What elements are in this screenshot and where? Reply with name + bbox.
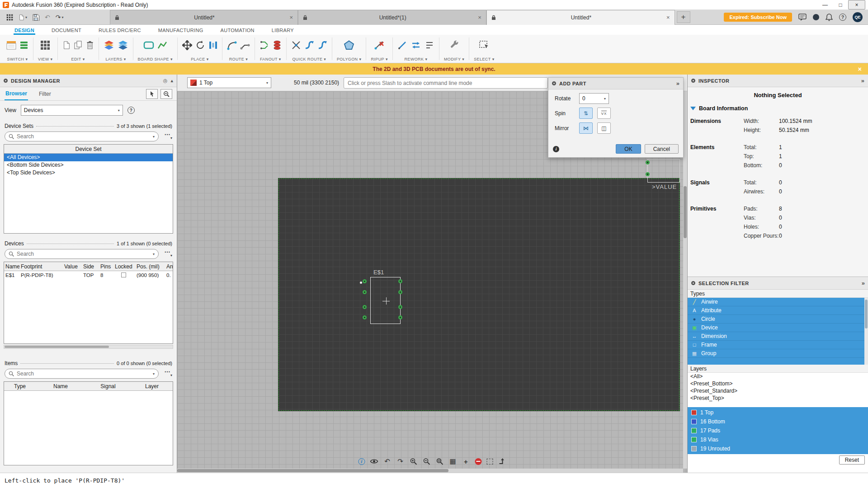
type-filter-row[interactable]: ╱ Airwire: [688, 298, 868, 306]
toolbar-group-edit[interactable]: EDIT▾: [59, 35, 98, 63]
type-filter-row[interactable]: A Attribute: [688, 306, 868, 315]
scrollbar-thumb[interactable]: [177, 469, 448, 472]
layer-preset-row[interactable]: <Preset_Top>: [688, 394, 868, 402]
type-filter-row[interactable]: ↔ Dimension: [688, 332, 868, 341]
cancel-button[interactable]: Cancel: [645, 144, 679, 154]
command-line-input[interactable]: [344, 77, 548, 89]
go-to-signal-icon[interactable]: [498, 457, 506, 465]
menu-design[interactable]: DESIGN: [14, 26, 35, 35]
file-menu-icon[interactable]: ▾: [19, 14, 27, 21]
spin-off-toggle[interactable]: VX: [597, 108, 611, 119]
notifications-bell-icon[interactable]: [826, 14, 833, 21]
expand-panel-icon[interactable]: »: [676, 80, 679, 87]
menu-manufacturing[interactable]: MANUFACTURING: [157, 26, 204, 35]
column-header[interactable]: Footprint: [19, 262, 63, 271]
devices-search[interactable]: ▾: [5, 249, 159, 259]
fanout-stack-icon[interactable]: [273, 40, 282, 50]
partial-part-outline[interactable]: [647, 159, 680, 183]
column-header[interactable]: Type: [4, 382, 36, 391]
align-icon[interactable]: [208, 40, 217, 50]
zoom-in-icon[interactable]: [410, 457, 418, 465]
select-marquee-icon[interactable]: [479, 40, 490, 50]
visibility-eye-icon[interactable]: [370, 457, 378, 465]
route-angle-icon[interactable]: [240, 40, 250, 50]
column-header[interactable]: Pins: [99, 262, 113, 271]
tab-browser[interactable]: Browser: [5, 88, 28, 100]
items-search-input[interactable]: [17, 371, 150, 377]
scrollbar-thumb[interactable]: [865, 300, 868, 328]
toolbar-group-fanout[interactable]: FANOUT▾: [256, 35, 285, 63]
toolbar-group-rework[interactable]: REWORK▾: [394, 35, 438, 63]
scrollbar-thumb[interactable]: [684, 186, 687, 238]
toolbar-group-view[interactable]: VIEW▾: [34, 35, 57, 63]
job-status-icon[interactable]: [813, 14, 819, 20]
add-icon[interactable]: +: [462, 457, 470, 465]
expand-panel-icon[interactable]: »: [861, 77, 864, 84]
column-header[interactable]: Locked: [113, 262, 135, 271]
column-header[interactable]: Layer: [131, 382, 173, 391]
toolbar-group-quick-route[interactable]: QUICK ROUTE▾: [288, 35, 331, 63]
polygon-icon[interactable]: [344, 40, 354, 50]
column-header[interactable]: Ang: [165, 262, 173, 271]
help-icon[interactable]: ?: [839, 14, 846, 21]
menu-automation[interactable]: AUTOMATION: [220, 26, 255, 35]
panel-options-icon[interactable]: ◎: [163, 78, 168, 84]
toolbar-group-layers[interactable]: LAYERS▾: [100, 35, 132, 63]
expand-panel-icon[interactable]: »: [862, 280, 865, 286]
device-sets-search-input[interactable]: [17, 133, 150, 140]
quick-route-arrow-icon[interactable]: [317, 40, 327, 50]
menu-document[interactable]: DOCUMENT: [51, 26, 82, 35]
close-tab-icon[interactable]: ×: [290, 14, 293, 21]
toolbar-group-polygon[interactable]: POLYGON▾: [333, 35, 365, 63]
items-more-button[interactable]: ⋯▾: [162, 370, 172, 377]
layer-stack-settings-icon[interactable]: [118, 40, 128, 50]
toolbar-group-place[interactable]: PLACE▾: [179, 35, 221, 63]
new-document-icon[interactable]: [62, 40, 71, 50]
device-set-column-header[interactable]: Device Set: [4, 145, 173, 154]
spin-on-toggle[interactable]: ⇅: [579, 108, 593, 119]
wrench-icon[interactable]: [449, 40, 459, 50]
close-banner-icon[interactable]: ×: [858, 66, 862, 73]
select-cursor-button[interactable]: [146, 89, 158, 99]
close-tab-icon[interactable]: ×: [478, 14, 481, 21]
devices-more-button[interactable]: ⋯▾: [162, 250, 172, 258]
layer-row[interactable]: 17 Pads: [688, 426, 868, 435]
device-row[interactable]: E$1 P(R-PDIP-T8) TOP 8 (900 950) 0.: [4, 271, 173, 279]
view-grid-icon[interactable]: [40, 40, 50, 50]
devices-search-input[interactable]: [17, 251, 150, 257]
layer-preset-row[interactable]: <Preset_Bottom>: [688, 380, 868, 387]
grid-settings-icon[interactable]: ▦: [449, 457, 457, 465]
view-dropdown[interactable]: Devices ▾: [21, 105, 123, 116]
column-header[interactable]: Name: [4, 262, 19, 271]
layer-row[interactable]: 18 Vias: [688, 435, 868, 444]
rework-line-icon[interactable]: [397, 40, 407, 50]
type-filter-row[interactable]: ● Circle: [688, 315, 868, 324]
move-icon[interactable]: [182, 40, 192, 50]
column-header[interactable]: Name: [36, 382, 85, 391]
rework-lines-icon[interactable]: [425, 40, 434, 50]
device-sets-more-button[interactable]: ⋯▾: [162, 133, 172, 140]
zoom-fit-icon[interactable]: [436, 457, 444, 465]
canvas-vertical-scrollbar[interactable]: [683, 91, 687, 469]
app-grid-menu-icon[interactable]: [6, 14, 13, 21]
route-curve-icon[interactable]: [227, 40, 237, 50]
device-set-row[interactable]: <Top Side Devices>: [4, 169, 173, 177]
column-header[interactable]: Signal: [85, 382, 131, 391]
reset-button[interactable]: Reset: [839, 455, 865, 465]
active-layer-dropdown[interactable]: 1 Top ▾: [187, 77, 271, 88]
toolbar-group-modify[interactable]: MODIFY▾: [440, 35, 468, 63]
layer-preset-row[interactable]: <All>: [688, 373, 868, 380]
undo-icon[interactable]: ↶: [383, 457, 392, 465]
types-scrollbar[interactable]: [864, 298, 868, 365]
type-filter-row[interactable]: □ Frame: [688, 341, 868, 349]
locked-checkbox[interactable]: [121, 272, 126, 277]
board-outline-icon[interactable]: [143, 40, 154, 50]
toolbar-group-ripup[interactable]: RIPUP▾: [367, 35, 391, 63]
toolbar-group-board-shape[interactable]: BOARD SHAPE▾: [134, 35, 176, 63]
document-tab-2[interactable]: Untitled*(1) ×: [298, 10, 486, 25]
device-set-row[interactable]: <All Devices>: [4, 154, 173, 161]
dialog-info-icon[interactable]: i: [553, 146, 559, 152]
layer-preset-row[interactable]: <Preset_Standard>: [688, 387, 868, 394]
layer-row[interactable]: 16 Bottom: [688, 417, 868, 426]
layer-row[interactable]: 19 Unrouted: [688, 444, 868, 453]
